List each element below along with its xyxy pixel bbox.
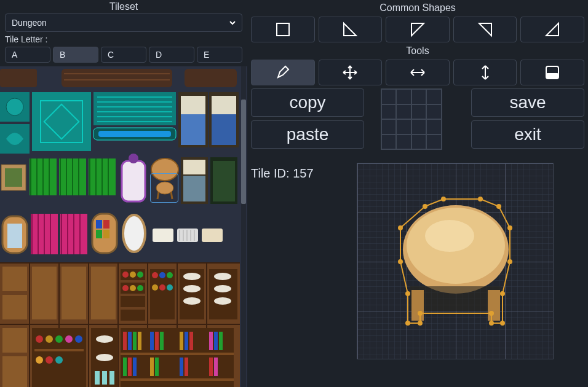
tool-draw[interactable] <box>251 60 315 85</box>
shape-square[interactable] <box>251 17 315 42</box>
svg-point-114 <box>55 356 63 364</box>
svg-point-167 <box>418 311 423 316</box>
svg-rect-52 <box>96 230 102 238</box>
svg-rect-138 <box>214 358 218 376</box>
svg-rect-50 <box>96 220 102 229</box>
svg-rect-156 <box>488 290 500 321</box>
svg-point-87 <box>137 285 143 291</box>
svg-rect-146 <box>277 23 289 36</box>
svg-point-98 <box>183 297 201 305</box>
tool-move[interactable] <box>319 60 383 85</box>
svg-rect-46 <box>7 224 22 248</box>
tools-row <box>251 60 584 85</box>
shape-triangle-tr[interactable] <box>453 17 517 42</box>
svg-point-94 <box>167 284 173 291</box>
svg-rect-125 <box>189 332 193 350</box>
svg-point-96 <box>183 273 201 280</box>
tileset-panel: Tileset Dungeon Tile Letter : A B C D E <box>0 0 247 387</box>
letter-btn-c[interactable]: C <box>101 47 146 63</box>
svg-point-112 <box>36 356 43 364</box>
exit-button[interactable]: exit <box>471 120 584 149</box>
svg-line-38 <box>171 192 172 199</box>
svg-rect-121 <box>155 332 159 350</box>
svg-rect-104 <box>2 356 27 387</box>
svg-point-102 <box>214 297 231 305</box>
svg-point-157 <box>423 204 427 209</box>
svg-rect-132 <box>133 358 137 376</box>
svg-point-7 <box>6 98 23 115</box>
svg-rect-22 <box>181 96 205 114</box>
paste-button[interactable]: paste <box>251 120 364 149</box>
svg-rect-133 <box>150 358 154 376</box>
svg-point-106 <box>36 335 43 343</box>
tool-mirror-h[interactable] <box>386 60 450 85</box>
svg-rect-131 <box>128 358 132 376</box>
svg-point-142 <box>96 354 113 361</box>
svg-point-162 <box>507 259 512 264</box>
svg-point-82 <box>122 272 129 278</box>
svg-rect-33 <box>122 161 145 201</box>
svg-rect-143 <box>95 371 100 385</box>
svg-rect-136 <box>185 358 188 376</box>
save-button[interactable]: save <box>471 88 584 117</box>
svg-point-89 <box>152 272 158 278</box>
svg-point-109 <box>65 335 73 343</box>
svg-line-37 <box>157 192 159 199</box>
tileset-grid[interactable] <box>0 66 247 387</box>
svg-rect-122 <box>160 332 164 350</box>
svg-point-93 <box>159 284 165 291</box>
tileset-scrollbar[interactable] <box>241 66 246 387</box>
svg-point-164 <box>500 321 505 326</box>
svg-rect-155 <box>411 290 424 321</box>
action-buttons: copy paste save exit <box>251 88 584 150</box>
svg-rect-53 <box>103 230 109 238</box>
svg-rect-41 <box>183 176 205 201</box>
svg-rect-119 <box>138 332 141 350</box>
scrollbar-thumb[interactable] <box>241 100 246 204</box>
svg-point-110 <box>75 335 82 343</box>
svg-point-92 <box>152 284 158 291</box>
letter-btn-d[interactable]: D <box>149 47 194 63</box>
svg-rect-23 <box>181 114 205 145</box>
svg-point-158 <box>441 197 446 201</box>
svg-rect-62 <box>202 229 223 242</box>
svg-point-85 <box>122 285 129 291</box>
tileset-canvas[interactable] <box>0 66 240 387</box>
svg-rect-135 <box>180 358 183 376</box>
svg-rect-120 <box>150 332 154 350</box>
tool-mirror-v[interactable] <box>453 60 517 85</box>
svg-rect-130 <box>123 358 127 376</box>
tile-id-label: Tile ID: 157 <box>251 166 314 181</box>
svg-point-101 <box>214 285 231 292</box>
svg-rect-134 <box>155 358 159 376</box>
copy-button[interactable]: copy <box>251 88 364 117</box>
svg-rect-40 <box>183 160 205 174</box>
tileset-dropdown-value: Dungeon <box>12 18 47 28</box>
svg-point-141 <box>96 335 113 343</box>
svg-point-170 <box>405 291 410 296</box>
tool-half-fill[interactable] <box>520 60 584 85</box>
tile-letter-label: Tile Letter : <box>5 34 242 44</box>
letter-btn-b[interactable]: B <box>53 47 98 63</box>
svg-rect-77 <box>91 267 116 319</box>
svg-point-107 <box>46 335 53 343</box>
letter-btn-a[interactable]: A <box>5 47 50 63</box>
svg-rect-117 <box>128 332 132 350</box>
svg-rect-128 <box>219 332 223 350</box>
shape-triangle-br[interactable] <box>520 17 584 42</box>
svg-rect-116 <box>123 332 127 350</box>
svg-rect-129 <box>121 353 234 355</box>
svg-rect-55 <box>153 229 173 242</box>
shape-triangle-bl[interactable] <box>319 17 383 42</box>
svg-rect-139 <box>121 378 234 381</box>
collision-editor[interactable] <box>357 163 554 359</box>
letter-btn-e[interactable]: E <box>197 47 242 63</box>
svg-point-161 <box>507 225 512 230</box>
svg-point-165 <box>489 321 494 326</box>
tile-grid-preview[interactable] <box>381 88 442 150</box>
tileset-dropdown[interactable]: Dungeon <box>5 14 242 32</box>
svg-rect-75 <box>32 267 57 319</box>
shape-triangle-tl[interactable] <box>386 17 450 42</box>
svg-point-113 <box>46 356 53 364</box>
svg-rect-43 <box>213 161 235 201</box>
